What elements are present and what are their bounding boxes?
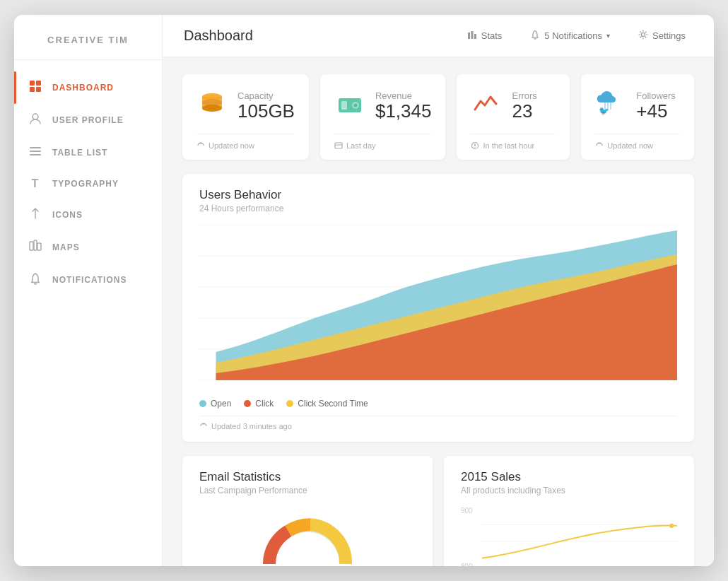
- svg-rect-21: [341, 101, 347, 110]
- stat-cards-grid: Capacity 105GB Updated now: [182, 74, 694, 160]
- svg-rect-11: [468, 33, 470, 39]
- revenue-icon: [334, 88, 365, 124]
- sidebar-item-label: Notifications: [52, 275, 127, 285]
- chart-footer-text: Updated 3 minutes ago: [211, 422, 292, 430]
- stats-label: Stats: [481, 30, 503, 41]
- chart-subtitle: 24 Hours performance: [199, 204, 677, 213]
- email-statistics-card: Email Statistics Last Campaign Performan…: [182, 456, 433, 566]
- revenue-label: Revenue: [375, 90, 432, 101]
- chart-legend: Open Click Click Second Time: [199, 390, 677, 409]
- svg-point-14: [642, 33, 645, 37]
- sidebar-item-label: Table List: [52, 148, 107, 158]
- capacity-label: Capacity: [237, 90, 295, 101]
- sales-title: 2015 Sales: [461, 470, 677, 484]
- svg-rect-13: [474, 34, 476, 39]
- svg-rect-9: [34, 240, 37, 250]
- users-behavior-panel: Users Behavior 24 Hours performance 1000…: [182, 174, 694, 442]
- legend-dot-click: [244, 400, 251, 407]
- svg-rect-24: [335, 143, 342, 148]
- svg-point-50: [669, 524, 674, 528]
- stats-button[interactable]: Stats: [460, 25, 510, 46]
- sidebar-item-dashboard[interactable]: Dashboard: [14, 71, 162, 104]
- svg-point-4: [33, 114, 38, 119]
- gear-icon: [638, 30, 648, 42]
- svg-point-26: [475, 147, 476, 148]
- email-stats-chart: [199, 507, 416, 566]
- followers-value: +45: [636, 101, 676, 122]
- sidebar-item-label: Typography: [52, 179, 119, 189]
- icons-icon: [28, 207, 42, 223]
- svg-rect-8: [30, 242, 33, 250]
- legend-click: Click: [244, 399, 274, 409]
- settings-button[interactable]: Settings: [631, 25, 693, 46]
- sidebar: CREATIVE TIM Dashboard: [14, 15, 163, 566]
- errors-value: 23: [512, 101, 536, 122]
- revenue-footer: Last day: [334, 134, 432, 150]
- sales-2015-card: 2015 Sales All products including Taxes …: [444, 456, 694, 566]
- legend-click-second: Click Second Time: [286, 399, 368, 409]
- chart-area: 1000 800 600 400 200 0 9:00AM: [199, 225, 677, 380]
- legend-open: Open: [199, 399, 231, 409]
- svg-rect-3: [36, 87, 41, 92]
- stat-card-capacity: Capacity 105GB Updated now: [182, 74, 309, 160]
- errors-icon: [471, 88, 502, 124]
- sidebar-item-maps[interactable]: Maps: [14, 231, 162, 264]
- sales-subtitle: All products including Taxes: [461, 486, 677, 495]
- typography-icon: T: [28, 177, 42, 190]
- svg-rect-6: [30, 151, 41, 152]
- svg-point-23: [353, 104, 357, 107]
- svg-rect-7: [30, 154, 41, 155]
- user-icon: [28, 112, 42, 128]
- stat-card-revenue: Revenue $1,345 Last day: [320, 74, 446, 160]
- sidebar-item-notifications[interactable]: Notifications: [14, 264, 162, 296]
- svg-point-19: [202, 105, 222, 112]
- capacity-icon: [196, 88, 228, 124]
- followers-icon: 🐦: [595, 88, 626, 124]
- sidebar-item-user-profile[interactable]: User Profile: [14, 104, 162, 136]
- capacity-value: 105GB: [237, 101, 295, 122]
- svg-rect-12: [471, 31, 473, 39]
- svg-rect-5: [30, 147, 41, 148]
- errors-label: Errors: [512, 90, 536, 101]
- dropdown-arrow-icon: ▾: [606, 32, 610, 40]
- revenue-value: $1,345: [375, 101, 432, 122]
- svg-rect-10: [37, 243, 41, 250]
- svg-rect-0: [30, 81, 35, 86]
- sidebar-item-typography[interactable]: T Typography: [14, 169, 162, 199]
- svg-rect-1: [36, 81, 41, 86]
- bell-topbar-icon: [530, 30, 540, 42]
- svg-rect-2: [30, 87, 35, 92]
- chart-footer: Updated 3 minutes ago: [199, 416, 677, 430]
- legend-label-click-second: Click Second Time: [298, 399, 368, 409]
- content-area: Capacity 105GB Updated now: [163, 57, 714, 566]
- sidebar-item-label: Maps: [52, 242, 80, 252]
- page-title: Dashboard: [184, 28, 253, 44]
- bottom-row: Email Statistics Last Campaign Performan…: [182, 456, 694, 566]
- followers-label: Followers: [636, 90, 676, 101]
- legend-label-click: Click: [255, 399, 274, 409]
- legend-dot-open: [199, 400, 206, 407]
- followers-footer: Updated now: [595, 134, 680, 150]
- notifications-label: 5 Notifications: [544, 30, 602, 41]
- settings-label: Settings: [652, 30, 686, 41]
- main-content: Dashboard Stats: [163, 15, 714, 566]
- svg-text:🐦: 🐦: [599, 105, 609, 116]
- table-icon: [28, 145, 42, 160]
- topbar-actions: Stats 5 Notifications ▾: [460, 25, 693, 46]
- bell-icon: [28, 272, 42, 288]
- email-stats-subtitle: Last Campaign Performance: [199, 486, 416, 495]
- email-stats-title: Email Statistics: [199, 470, 416, 484]
- sidebar-item-label: User Profile: [52, 115, 124, 125]
- sidebar-item-icons[interactable]: Icons: [14, 199, 162, 231]
- sidebar-item-label: Icons: [52, 210, 83, 220]
- legend-label-open: Open: [211, 399, 231, 409]
- dashboard-icon: [28, 80, 42, 95]
- sidebar-logo: CREATIVE TIM: [14, 15, 162, 60]
- maps-icon: [28, 240, 42, 255]
- stats-icon: [467, 30, 477, 42]
- notifications-button[interactable]: 5 Notifications ▾: [523, 25, 617, 46]
- chart-title: Users Behavior: [199, 188, 677, 202]
- sidebar-item-table-list[interactable]: Table List: [14, 136, 162, 169]
- topbar: Dashboard Stats: [163, 15, 714, 57]
- sidebar-item-label: Dashboard: [52, 83, 114, 93]
